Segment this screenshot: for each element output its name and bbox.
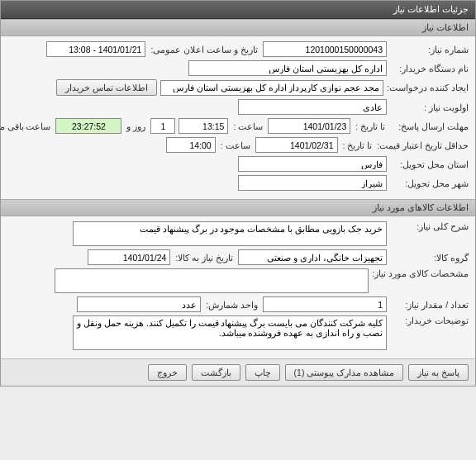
min-valid-date-input[interactable] bbox=[255, 137, 338, 153]
attachments-button[interactable]: مشاهده مدارک پیوستی (1) bbox=[285, 364, 404, 381]
row-qty: تعداد / مقدار نیاز: واحد شمارش: bbox=[7, 296, 469, 312]
announce-input[interactable] bbox=[46, 41, 145, 57]
until-label-2: تا تاریخ : bbox=[341, 140, 374, 150]
priority-input[interactable] bbox=[238, 99, 387, 115]
row-need-no: شماره نیاز: تاریخ و ساعت اعلان عمومی: bbox=[7, 41, 469, 57]
unit-input[interactable] bbox=[77, 296, 201, 312]
respond-button[interactable]: پاسخ به نیاز bbox=[408, 364, 469, 381]
group-label: گروه کالا: bbox=[390, 253, 469, 263]
spec-label: مشخصات کالای مورد نیاز: bbox=[372, 268, 469, 278]
city-input[interactable] bbox=[238, 175, 387, 191]
until-label-1: تا تاریخ : bbox=[354, 121, 387, 131]
countdown-input bbox=[55, 118, 121, 134]
notes-textarea[interactable]: کلیه شرکت کنندگان می بایست برگ پیشنهاد ق… bbox=[73, 315, 387, 350]
qty-input[interactable] bbox=[263, 296, 387, 312]
priority-label: اولویت نیاز : bbox=[390, 102, 469, 112]
section-need-info-title: اطلاعات نیاز bbox=[422, 22, 469, 32]
spec-textarea[interactable] bbox=[55, 268, 369, 293]
group-input[interactable] bbox=[238, 249, 387, 265]
deadline-time-input[interactable] bbox=[178, 118, 228, 134]
row-min-valid: حداقل تاریخ اعتبار قیمت: تا تاریخ : ساعت… bbox=[7, 137, 469, 153]
footer-toolbar: پاسخ به نیاز مشاهده مدارک پیوستی (1) چاپ… bbox=[1, 358, 475, 386]
requester-label: ایجاد کننده درخواست: bbox=[387, 83, 469, 92]
row-province: استان محل تحویل: bbox=[7, 156, 469, 172]
section-goods-header: اطلاعات کالاهای مورد نیاز bbox=[1, 199, 475, 216]
time-label-2: ساعت : bbox=[219, 140, 252, 150]
notes-label: توضیحات خریدار: bbox=[390, 315, 469, 325]
province-label: استان محل تحویل: bbox=[390, 159, 469, 169]
row-desc: شرح کلی نیاز: خرید جک بازویی مطابق با مش… bbox=[7, 221, 469, 246]
remaining-label: ساعت باقی مانده bbox=[0, 121, 52, 131]
goods-form: شرح کلی نیاز: خرید جک بازویی مطابق با مش… bbox=[1, 216, 475, 358]
days-and-label: روز و bbox=[125, 121, 147, 131]
contact-buyer-button[interactable]: اطلاعات تماس خریدار bbox=[56, 79, 157, 96]
min-valid-time-input[interactable] bbox=[166, 137, 216, 153]
window-title-bar: جزئیات اطلاعات نیاز bbox=[1, 1, 475, 19]
announce-label: تاریخ و ساعت اعلان عمومی: bbox=[149, 45, 259, 55]
row-notes: توضیحات خریدار: کلیه شرکت کنندگان می بای… bbox=[7, 315, 469, 350]
desc-label: شرح کلی نیاز: bbox=[390, 221, 469, 231]
section-goods-title: اطلاعات کالاهای مورد نیاز bbox=[373, 202, 469, 212]
province-input[interactable] bbox=[238, 156, 387, 172]
row-buyer: نام دستگاه خریدار: bbox=[7, 60, 469, 76]
exit-button[interactable]: خروج bbox=[148, 364, 187, 381]
row-group: گروه کالا: تاریخ نیاز به کالا: bbox=[7, 249, 469, 265]
buyer-input[interactable] bbox=[188, 60, 387, 76]
need-date-label: تاریخ نیاز به کالا: bbox=[174, 253, 235, 263]
row-requester: ایجاد کننده درخواست: اطلاعات تماس خریدار bbox=[7, 79, 469, 96]
need-no-input[interactable] bbox=[263, 41, 387, 57]
back-button[interactable]: بازگشت bbox=[192, 364, 240, 381]
row-deadline: مهلت ارسال پاسخ: تا تاریخ : ساعت : روز و… bbox=[7, 118, 469, 134]
print-button[interactable]: چاپ bbox=[245, 364, 280, 381]
desc-textarea[interactable]: خرید جک بازویی مطابق با مشخصات موجود در … bbox=[73, 221, 387, 246]
city-label: شهر محل تحویل: bbox=[390, 178, 469, 188]
need-no-label: شماره نیاز: bbox=[390, 45, 469, 55]
deadline-label: مهلت ارسال پاسخ: bbox=[390, 121, 469, 131]
buyer-label: نام دستگاه خریدار: bbox=[390, 64, 469, 74]
row-priority: اولویت نیاز : bbox=[7, 99, 469, 115]
min-valid-label: حداقل تاریخ اعتبار قیمت: bbox=[377, 140, 469, 150]
window: جزئیات اطلاعات نیاز اطلاعات نیاز شماره ن… bbox=[0, 0, 476, 386]
window-title: جزئیات اطلاعات نیاز bbox=[393, 4, 469, 14]
requester-input[interactable] bbox=[160, 80, 383, 96]
days-input[interactable] bbox=[150, 118, 175, 134]
need-date-input[interactable] bbox=[88, 249, 170, 265]
deadline-date-input[interactable] bbox=[268, 118, 350, 134]
time-label-1: ساعت : bbox=[231, 121, 264, 131]
need-info-form: شماره نیاز: تاریخ و ساعت اعلان عمومی: نا… bbox=[1, 36, 475, 199]
section-need-info-header: اطلاعات نیاز bbox=[1, 19, 475, 36]
qty-label: تعداد / مقدار نیاز: bbox=[390, 300, 469, 310]
unit-label: واحد شمارش: bbox=[204, 300, 259, 310]
row-city: شهر محل تحویل: bbox=[7, 175, 469, 191]
row-spec: مشخصات کالای مورد نیاز: bbox=[7, 268, 469, 293]
